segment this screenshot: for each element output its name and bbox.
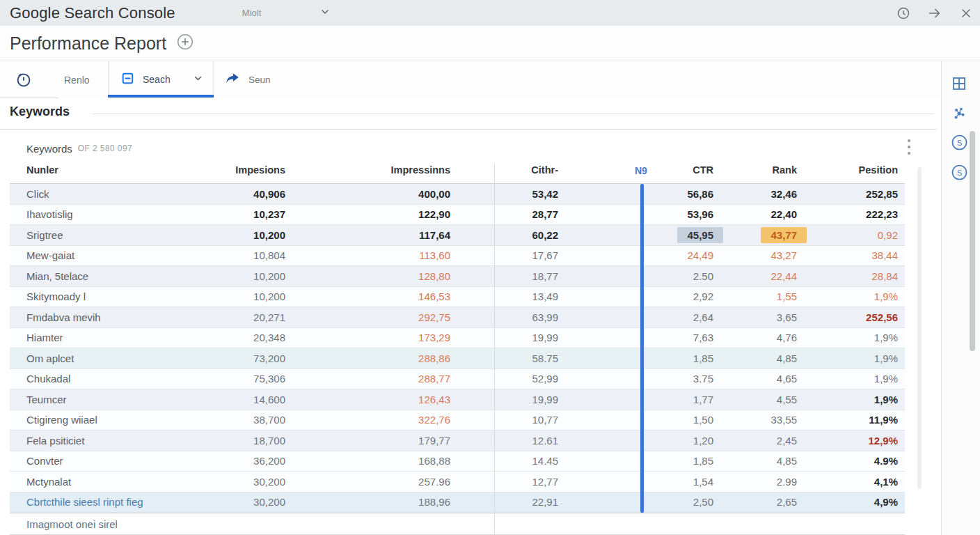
col-header-clicks[interactable]: Impesions [226, 164, 285, 183]
col-header-rank[interactable]: Rank [713, 164, 797, 183]
value-position: 252,85 [866, 188, 898, 200]
col-header-cithr[interactable]: Cithr- [450, 164, 558, 183]
value-clicks: 10,200 [253, 229, 285, 241]
value-ctr: 1,85 [693, 455, 713, 467]
cell-impressions: 257.96 [285, 472, 450, 492]
cell-keyword: Hiamter [10, 328, 226, 348]
cell-ctr: 2,50 [558, 493, 713, 513]
cell-cithr: 52,99 [450, 369, 558, 389]
col-header-impressions[interactable]: Impressinns [285, 164, 450, 183]
tab-renlo[interactable]: Renlo [64, 75, 90, 86]
add-icon[interactable] [176, 33, 194, 54]
table-row[interactable]: Teumcer14,600126,4319,991,774,551,9% [10, 389, 905, 410]
history-icon[interactable] [896, 6, 910, 20]
col-header-keyword[interactable]: Nunler [10, 164, 226, 183]
value-cithr: 10,77 [532, 414, 558, 426]
value-ctr: 1,77 [693, 394, 713, 405]
table-row[interactable]: Mian, 5telace10,200128,8018,772.5022,442… [10, 266, 905, 287]
value-rank: 2,45 [777, 435, 797, 447]
value-impressions: 117,64 [419, 229, 450, 241]
cell-keyword: Chukadal [10, 369, 226, 389]
col-header-n9[interactable]: N9 [635, 165, 647, 176]
share-action[interactable]: Seun [225, 61, 271, 98]
value-position: 4,9% [874, 496, 898, 508]
cell-clicks: 10,237 [226, 205, 285, 225]
tab-search[interactable]: Seach [108, 61, 214, 98]
cell-rank: 43,77 [713, 225, 797, 245]
cell-position: 4,9% [797, 493, 898, 513]
keyword-link[interactable]: Cbrtcthile sieesl rinpt fieg [26, 496, 143, 508]
keyword-label: Mew-gaiat [26, 249, 74, 261]
cell-cithr: 19,99 [450, 328, 558, 348]
cell-ctr: 2,92 [558, 287, 713, 307]
arrow-forward-icon[interactable] [927, 6, 942, 21]
keyword-label: Click [26, 188, 49, 200]
timer-icon[interactable] [15, 71, 32, 91]
table-row[interactable]: Om aplcet73,200288,8658.751,854,851,9% [10, 348, 905, 369]
value-clicks: 18,700 [253, 435, 285, 447]
value-impressions: 400,00 [418, 188, 450, 200]
value-ctr: 2,50 [693, 496, 713, 508]
keyword-label: Ihavotislig [26, 208, 73, 220]
value-rank: 32,46 [770, 188, 797, 200]
property-selector[interactable]: Miolt [242, 6, 331, 20]
close-icon[interactable] [959, 6, 973, 20]
keyword-label: Imagmoot onei sirel [26, 518, 118, 530]
value-position: 38,44 [871, 249, 898, 261]
blue-column-bar[interactable] [640, 184, 644, 513]
card-scroll-strip[interactable] [917, 167, 922, 489]
keyword-label: Mian, 5telace [26, 270, 88, 282]
topbar: Google Search Console Miolt [0, 0, 980, 26]
table-row-partial[interactable]: Imagmoot onei sirel [10, 513, 905, 535]
cell-keyword: Ihavotislig [10, 205, 226, 225]
cell-keyword: Skitymoady l [10, 287, 226, 307]
active-tab-underline [108, 95, 214, 98]
cluster-icon[interactable] [949, 104, 969, 123]
col-header-position[interactable]: Pesition [797, 164, 898, 183]
cell-position: 0,92 [797, 225, 898, 245]
cell-impressions: 322,76 [285, 410, 450, 431]
cell-clicks: 38,700 [226, 410, 285, 431]
table-row[interactable]: Ctigireng wiiael38,700322,7610,771,5033,… [10, 410, 905, 431]
table-header-row: Nunler Impesions Impressinns Cithr- CTR … [10, 164, 905, 184]
tab-search-label: Seach [143, 74, 171, 85]
cell-impressions: 188,96 [285, 493, 450, 513]
table-row[interactable]: Fela psiticiet18,700179,7712.611,202,451… [10, 431, 905, 451]
table-row[interactable]: Mew-gaiat10,804113,6017,6724,4943,2738,4… [10, 246, 905, 267]
value-rank: 2,65 [777, 496, 797, 508]
table-row[interactable]: Hiamter20,348173,2919,997,634,761,9% [10, 328, 905, 349]
table-row[interactable]: Chukadal75,306288,7752,993.754,651,9% [10, 369, 905, 390]
value-clicks: 20,271 [253, 311, 285, 323]
cell-cithr: 12.61 [450, 431, 558, 451]
heading-rule [93, 114, 934, 114]
cell-keyword: Mew-gaiat [10, 246, 226, 266]
s-badge-icon[interactable]: S [949, 162, 969, 182]
table-row[interactable]: Fmdabva mevih20,271292,7563,992,643,6525… [10, 307, 905, 328]
table-row[interactable]: Ihavotislig10,237122,9028,7753,9622,4022… [10, 205, 905, 226]
table-row[interactable]: Mctynalat30,200257.9612,771,542.994,1% [10, 472, 905, 493]
value-clicks: 38,700 [253, 414, 285, 426]
cell-cithr: 18,77 [450, 266, 558, 286]
table-row[interactable]: Cbrtcthile sieesl rinpt fieg30,200188,96… [10, 493, 905, 513]
grid-view-icon[interactable] [949, 74, 969, 93]
keyword-label: Fmdabva mevih [26, 311, 101, 323]
value-cithr: 13,49 [532, 290, 558, 302]
cell-rank: 4,76 [713, 328, 797, 348]
keywords-card: Keywords OF 2 580 097 Nunler Impesions I… [10, 132, 905, 535]
s-badge-icon[interactable]: S [949, 132, 969, 152]
keyword-label: Mctynalat [26, 476, 71, 488]
value-ctr: 24,49 [687, 249, 713, 261]
kebab-menu-icon[interactable] [902, 139, 916, 155]
table-row[interactable]: Click40,906400,0053,4256,8632,46252,85 [10, 184, 905, 205]
scrollbar-thumb[interactable] [970, 131, 975, 351]
cell-ctr: 3.75 [558, 369, 713, 389]
table-row[interactable]: Srigtree10,200117,6460,2245,9543,770,92 [10, 225, 905, 246]
value-impressions: 288,77 [418, 373, 450, 385]
cell-rank: 2,65 [713, 493, 797, 513]
value-clicks: 10,804 [253, 249, 285, 261]
table-row[interactable]: Convter36,200168,8814.451,854,854.9% [10, 451, 905, 472]
cell-cithr: 22,91 [450, 493, 558, 513]
table-row[interactable]: Skitymoady l10,200146,5313,492,921,551,9… [10, 287, 905, 308]
value-clicks: 20,348 [253, 332, 285, 343]
cell-rank: 4,55 [713, 389, 797, 410]
